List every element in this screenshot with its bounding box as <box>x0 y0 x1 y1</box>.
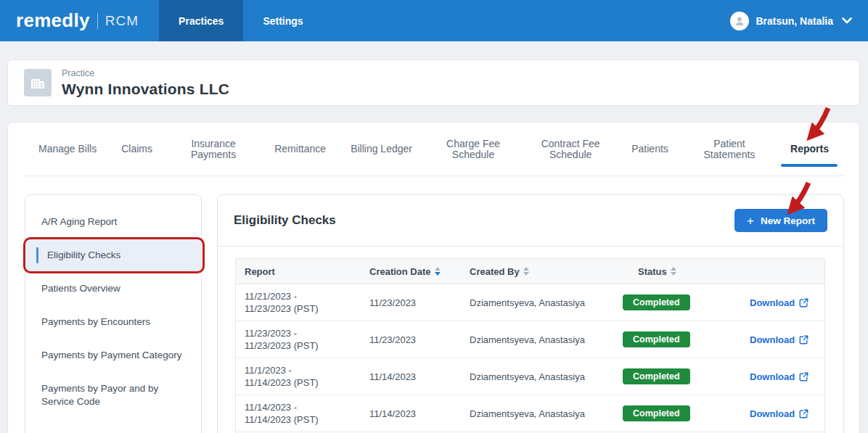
table-column-header[interactable]: Report <box>236 266 362 277</box>
top-navbar: remedly RCM Practices Settings Bratsun, … <box>0 0 868 41</box>
tab-label: Reports <box>790 143 829 154</box>
sidebar-item-label: Payments by Payment Category <box>41 350 182 360</box>
navbar-item[interactable]: Settings <box>243 0 322 41</box>
report-cell: 11/1/2023 - 11/14/2023 (PST) <box>236 358 362 395</box>
panel-title: Eligibility Checks <box>234 213 336 228</box>
sort-asc-arrow <box>671 267 676 271</box>
report-cell: 11/21/2023 - 11/23/2023 (PST) <box>236 284 362 321</box>
table-row: 11/23/2023 - 11/23/2023 (PST) 11/23/2023… <box>236 321 824 358</box>
tab-item[interactable]: Insurance Payments <box>177 139 250 160</box>
tab-item[interactable]: Manage Bills <box>38 144 97 154</box>
status-cell: Completed <box>621 331 734 347</box>
navbar-item[interactable]: Practices <box>159 0 243 41</box>
tab-label: Billing Ledger <box>351 143 412 154</box>
download-label: Download <box>750 371 795 382</box>
sidebar-item[interactable]: Payments by Payment Category <box>25 339 201 372</box>
column-label: Report <box>245 266 275 277</box>
creation-date-cell: 11/14/2023 <box>362 408 462 419</box>
tab-item[interactable]: Patient Statements <box>693 139 766 160</box>
tab-item[interactable]: Reports <box>790 144 829 154</box>
sidebar-item-label: Payments by Encounters <box>41 316 150 327</box>
created-by-cell: Dziamentsyeva, Anastasiya <box>462 408 621 419</box>
status-badge: Completed <box>623 368 690 384</box>
column-label: Created By <box>470 266 520 277</box>
reports-card: Manage Bills Claims Insurance Payments R… <box>7 122 860 433</box>
content-area: A/R Aging Report Eligibility Checks Pati… <box>8 176 859 433</box>
tab-item[interactable]: Claims <box>121 144 152 154</box>
panel-header: Eligibility Checks + New Report <box>218 195 843 247</box>
person-icon <box>734 15 745 27</box>
action-cell: Download <box>734 334 824 345</box>
created-by-cell: Dziamentsyeva, Anastasiya <box>462 297 621 308</box>
created-by-cell: Dziamentsyeva, Anastasiya <box>462 371 621 382</box>
download-link[interactable]: Download <box>750 408 808 419</box>
external-link-icon <box>799 372 808 382</box>
tab-label: Claims <box>121 143 152 154</box>
sort-asc-arrow <box>523 267 529 271</box>
eligibility-checks-panel: Eligibility Checks + New Report Report <box>217 194 844 433</box>
user-name: Bratsun, Natalia <box>756 15 833 27</box>
sort-desc-arrow <box>523 272 529 276</box>
status-badge: Completed <box>623 294 690 310</box>
report-cell: 11/23/2023 - 11/23/2023 (PST) <box>236 321 362 358</box>
new-report-label: New Report <box>761 215 815 226</box>
creation-date-cell: 11/23/2023 <box>362 334 462 345</box>
new-report-button[interactable]: + New Report <box>734 209 827 232</box>
sort-icon <box>671 267 676 276</box>
section-tabs: Manage Bills Claims Insurance Payments R… <box>22 123 845 176</box>
sidebar-item-label: Eligibility Checks <box>47 250 120 260</box>
brand-divider <box>97 13 98 29</box>
active-tab-underline <box>781 164 838 167</box>
tab-label: Patients <box>631 143 668 154</box>
creation-date-cell: 11/23/2023 <box>362 297 462 308</box>
status-cell: Completed <box>621 294 734 310</box>
sidebar-item[interactable]: Payments by Payor and by Service Code <box>25 372 201 418</box>
sidebar-item[interactable]: Eligibility Checks <box>25 239 201 272</box>
tab-item[interactable]: Patients <box>631 144 668 154</box>
report-cell: 11/14/2023 - 11/14/2023 (PST) <box>236 395 362 432</box>
table-column-header[interactable]: Creation Date <box>362 266 462 277</box>
sort-asc-arrow <box>435 267 441 271</box>
action-cell: Download <box>734 371 824 382</box>
status-cell: Completed <box>621 405 734 421</box>
download-link[interactable]: Download <box>750 371 808 382</box>
download-link[interactable]: Download <box>750 297 808 308</box>
tab-item[interactable]: Contract Fee Schedule <box>534 139 607 160</box>
created-by-cell: Dziamentsyeva, Anastasiya <box>462 334 621 345</box>
active-item-accent-bar <box>36 247 38 263</box>
table-row: 11/1/2023 - 11/14/2023 (PST) 11/14/2023 … <box>236 358 824 395</box>
download-label: Download <box>750 334 795 345</box>
download-label: Download <box>750 408 795 419</box>
table-column-header[interactable]: Status <box>621 266 734 277</box>
tab-item[interactable]: Billing Ledger <box>351 144 412 154</box>
tab-label: Insurance Payments <box>191 138 236 160</box>
reports-sidebar: A/R Aging Report Eligibility Checks Pati… <box>25 194 202 433</box>
brand-name: remedly <box>16 9 90 32</box>
sidebar-item[interactable]: Payments by Encounters <box>25 305 201 339</box>
practice-info: Practice Wynn Innovations LLC <box>62 68 229 98</box>
practice-name: Wynn Innovations LLC <box>62 81 229 98</box>
sidebar-item-label: Payments by Payor and by Service Code <box>41 383 158 407</box>
sidebar-item[interactable]: A/R Aging Report <box>25 205 201 239</box>
download-link[interactable]: Download <box>750 334 808 345</box>
status-cell: Completed <box>621 368 734 384</box>
action-cell: Download <box>734 297 824 308</box>
user-menu[interactable]: Bratsun, Natalia <box>730 0 868 41</box>
sidebar-item-label: A/R Aging Report <box>41 216 117 227</box>
sort-desc-arrow <box>671 272 676 276</box>
tab-item[interactable]: Remittance <box>274 144 326 154</box>
navbar-menu: Practices Settings <box>159 0 323 41</box>
reports-table: Report Creation Date <box>235 258 825 433</box>
chevron-down-icon <box>842 17 852 24</box>
tab-label: Manage Bills <box>38 143 97 154</box>
table-column-header[interactable]: Created By <box>462 266 621 277</box>
sidebar-item-label: Patients Overview <box>41 283 120 294</box>
external-link-icon <box>799 409 808 418</box>
status-badge: Completed <box>623 405 690 421</box>
tab-item[interactable]: Charge Fee Schedule <box>437 139 509 160</box>
brand-logo: remedly RCM <box>0 0 159 41</box>
sort-icon <box>523 267 529 276</box>
sort-icon <box>435 267 441 276</box>
sidebar-item[interactable]: Patients Overview <box>25 272 201 305</box>
column-label: Creation Date <box>369 266 431 277</box>
